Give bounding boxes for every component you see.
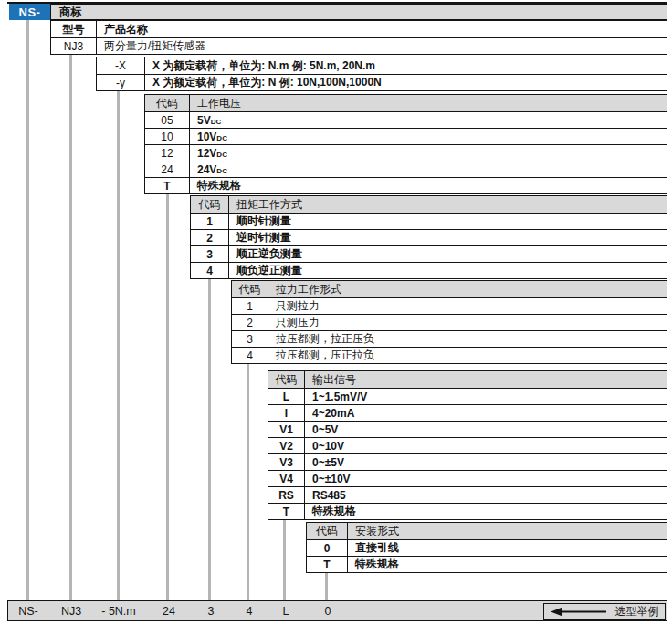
example-value: L xyxy=(283,605,289,618)
tension-mode-table: 代码 拉力工作形式 1 只测拉力 2 只测压力 3 拉压都测，拉正压负 4 拉压… xyxy=(231,280,667,364)
example-value: 4 xyxy=(247,605,253,618)
torque-code: 4 xyxy=(191,263,229,278)
table-header-row: 代码 工作电压 xyxy=(145,95,667,111)
table-row: 10 10VDC xyxy=(145,128,667,144)
rated-load-table: -X X 为额定载荷，单位为: N.m 例: 5N.m, 20N.m -y X … xyxy=(96,57,667,91)
mounting-label: 特殊规格 xyxy=(348,557,667,572)
table-row: T 特殊规格 xyxy=(268,503,667,519)
left-arrow-icon xyxy=(551,607,607,617)
table-row: 3 拉压都测，拉正压负 xyxy=(232,330,667,347)
example-value: NS- xyxy=(18,605,38,618)
torque-code: 1 xyxy=(191,214,229,229)
table-header-row: 代码 拉力工作形式 xyxy=(232,281,667,297)
selection-example-label: 选型举例 xyxy=(615,604,659,620)
pull-label: 拉压都测，压正拉负 xyxy=(268,348,667,363)
table-row: 0 直接引线 xyxy=(307,539,667,556)
table-row: V2 0~10V xyxy=(268,437,667,453)
connector-line-model xyxy=(69,54,72,600)
connector-line-pull xyxy=(247,364,249,600)
output-code: V4 xyxy=(268,471,305,486)
output-code: RS xyxy=(268,487,305,503)
output-code: L xyxy=(268,389,305,404)
pull-code: 1 xyxy=(232,298,268,314)
example-value: 3 xyxy=(208,605,215,618)
connector-line-load xyxy=(117,91,120,600)
table-row: 3 顺正逆负测量 xyxy=(191,245,667,262)
table-row: V1 0~5V xyxy=(268,421,667,437)
torque-label: 顺负逆正测量 xyxy=(229,263,667,278)
table-header-row: 代码 扭矩工作方式 xyxy=(191,196,667,213)
load-label: X 为额定载荷，单位为: N 例: 10N,100N,1000N xyxy=(145,75,667,90)
mounting-label: 直接引线 xyxy=(348,540,667,556)
voltage-code: 12 xyxy=(145,145,190,161)
pull-label: 只测压力 xyxy=(268,315,667,330)
torque-mode-table: 代码 扭矩工作方式 1 顺时针测量 2 逆时针测量 3 顺正逆负测量 4 顺负逆… xyxy=(190,195,667,279)
table-row: L 1~1.5mV/V xyxy=(268,388,667,404)
load-label: X 为额定载荷，单位为: N.m 例: 5N.m, 20N.m xyxy=(145,57,667,74)
output-label: 特殊规格 xyxy=(305,504,667,519)
table-row: 12 12VDC xyxy=(145,144,667,161)
table-row: 05 5VDC xyxy=(145,111,667,128)
model-header-label: 产品名称 xyxy=(97,21,667,37)
output-label: 0~10V xyxy=(305,438,667,453)
table-header-row: 代码 安装形式 xyxy=(307,523,667,539)
table-row: 2 只测压力 xyxy=(232,314,667,330)
output-label: 4~20mA xyxy=(305,405,667,421)
connector-line-output xyxy=(283,520,286,600)
voltage-label: 10VDC xyxy=(190,129,667,144)
table-row: 2 逆时针测量 xyxy=(191,229,667,245)
pull-code: 2 xyxy=(232,315,268,330)
supply-voltage-table: 代码 工作电压 05 5VDC 10 10VDC 12 12VDC 24 24V… xyxy=(144,94,667,194)
voltage-label: 24VDC xyxy=(190,161,667,177)
torque-header-label: 扭矩工作方式 xyxy=(229,196,667,213)
example-value: NJ3 xyxy=(61,605,81,618)
output-signal-table: 代码 输出信号 L 1~1.5mV/V I 4~20mA V1 0~5V V2 … xyxy=(268,370,667,520)
pull-label: 拉压都测，拉正压负 xyxy=(268,331,667,347)
output-label: 0~±5V xyxy=(305,454,667,470)
torque-label: 顺正逆负测量 xyxy=(229,246,667,262)
ordering-code-diagram: NS- 商标 型号 产品名称 NJ3 两分量力/扭矩传感器 -X X 为额定载荷… xyxy=(0,0,672,625)
table-row: 4 顺负逆正测量 xyxy=(191,262,667,278)
pull-header-code: 代码 xyxy=(232,281,268,297)
table-row: -y X 为额定载荷，单位为: N 例: 10N,100N,1000N xyxy=(97,74,667,90)
torque-header-code: 代码 xyxy=(191,196,229,213)
mounting-code: 0 xyxy=(307,540,348,556)
pull-code: 3 xyxy=(232,331,268,347)
voltage-code: 24 xyxy=(145,161,190,177)
output-label: 0~±10V xyxy=(305,471,667,486)
output-header-code: 代码 xyxy=(268,371,305,388)
table-row: 1 顺时针测量 xyxy=(191,213,667,229)
table-row: V3 0~±5V xyxy=(268,453,667,470)
table-row: RS RS485 xyxy=(268,486,667,503)
table-row: 1 只测拉力 xyxy=(232,297,667,314)
torque-code: 3 xyxy=(191,246,229,262)
example-value: - 5N.m xyxy=(101,605,136,618)
connector-line-voltage xyxy=(166,193,169,600)
load-code: -X xyxy=(97,57,145,74)
voltage-code: 10 xyxy=(145,129,190,144)
pull-label: 只测拉力 xyxy=(268,298,667,314)
table-row: NJ3 两分量力/扭矩传感器 xyxy=(51,37,667,54)
output-label: RS485 xyxy=(305,487,667,503)
voltage-label: 特殊规格 xyxy=(190,178,667,193)
voltage-code: 05 xyxy=(145,112,190,128)
mounting-header-label: 安装形式 xyxy=(348,523,667,539)
model-code: NJ3 xyxy=(51,38,97,54)
connector-line-brand xyxy=(26,20,29,600)
example-row: NS- NJ3 - 5N.m 24 3 4 L 0 选型举例 xyxy=(7,600,667,621)
table-row: T 特殊规格 xyxy=(145,177,667,193)
example-value: 24 xyxy=(163,605,175,618)
table-row: T 特殊规格 xyxy=(307,556,667,572)
table-row: -X X 为额定载荷，单位为: N.m 例: 5N.m, 20N.m xyxy=(97,57,667,74)
pull-header-label: 拉力工作形式 xyxy=(268,281,667,297)
mounting-table: 代码 安装形式 0 直接引线 T 特殊规格 xyxy=(306,522,667,573)
output-header-label: 输出信号 xyxy=(305,371,667,388)
torque-label: 逆时针测量 xyxy=(229,230,667,245)
table-row: V4 0~±10V xyxy=(268,470,667,486)
voltage-header-label: 工作电压 xyxy=(190,95,667,111)
example-value: 0 xyxy=(325,605,331,618)
model-label: 两分量力/扭矩传感器 xyxy=(97,38,667,54)
brand-code-badge: NS- xyxy=(9,4,50,20)
connector-line-mounting xyxy=(325,573,328,600)
output-code: V1 xyxy=(268,422,305,437)
